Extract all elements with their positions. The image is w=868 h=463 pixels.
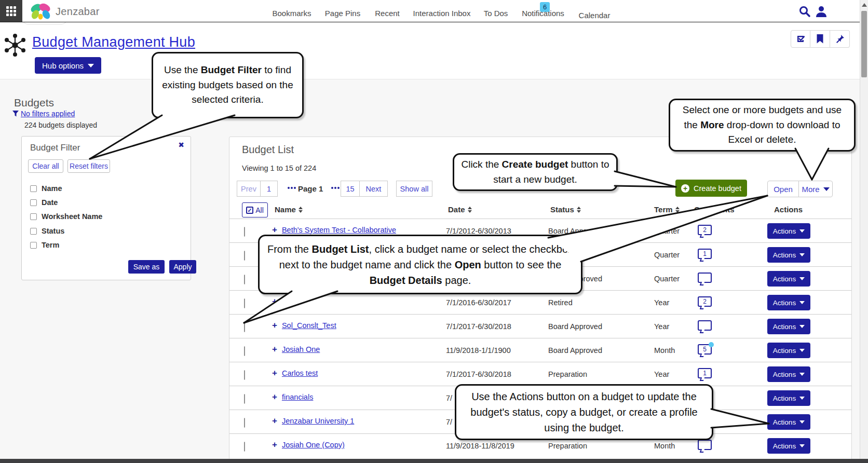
status-checkbox[interactable] — [30, 228, 37, 235]
reset-filters-button[interactable]: Reset filters — [67, 159, 110, 173]
budget-name-link[interactable]: Beth's System Test - Collaborative — [282, 226, 396, 234]
row-actions-button[interactable]: Actions — [767, 247, 810, 263]
page-1-button[interactable]: 1 — [260, 181, 278, 197]
pin-button[interactable] — [830, 30, 850, 48]
callout-more-dropdown: Select one or more budgets and use the M… — [669, 99, 856, 152]
callout-budget-list: From the Budget List, click a budget nam… — [258, 235, 582, 294]
comments-icon[interactable]: 1 — [698, 368, 712, 378]
save-as-button[interactable]: Save as — [128, 260, 165, 274]
expand-plus-icon[interactable]: + — [272, 417, 277, 425]
row-checkbox[interactable] — [244, 251, 245, 261]
row-actions-button[interactable]: Actions — [767, 319, 810, 334]
term-label: Term — [42, 241, 59, 249]
vertical-scrollbar[interactable] — [860, 0, 868, 463]
budget-name-link[interactable]: Carlos test — [282, 369, 318, 377]
comments-icon[interactable] — [698, 273, 712, 283]
row-actions-button[interactable]: Actions — [767, 271, 810, 287]
budget-name-link[interactable]: Josiah One (Copy) — [282, 441, 345, 449]
row-checkbox[interactable] — [244, 418, 245, 428]
row-checkbox[interactable] — [244, 370, 245, 380]
row-checkbox[interactable] — [244, 227, 245, 237]
expand-plus-icon[interactable]: + — [272, 322, 277, 329]
column-header-name[interactable]: Name — [275, 205, 303, 214]
prev-page-button[interactable]: Prev — [237, 181, 261, 197]
page-size-button[interactable]: 15 — [341, 181, 360, 197]
expand-plus-icon[interactable]: + — [272, 346, 277, 353]
budget-name-link[interactable]: Sol_Conslt_Test — [282, 321, 336, 330]
name-checkbox[interactable] — [30, 185, 37, 192]
row-checkbox[interactable] — [244, 322, 245, 332]
create-budget-button[interactable]: + Create budget — [675, 180, 747, 197]
chevron-down-icon — [799, 397, 805, 400]
date-checkbox[interactable] — [30, 199, 37, 206]
close-icon[interactable]: ✖ — [178, 141, 184, 149]
budget-term: Year — [654, 370, 669, 378]
column-header-status[interactable]: Status — [550, 205, 581, 214]
row-checkbox[interactable] — [244, 298, 245, 308]
apply-button[interactable]: Apply — [169, 260, 196, 274]
column-header-date[interactable]: Date — [448, 205, 472, 214]
expand-plus-icon[interactable]: + — [272, 393, 277, 401]
scroll-up-arrow-icon[interactable] — [862, 3, 867, 7]
actions-label: Actions — [773, 394, 796, 402]
comments-icon[interactable] — [698, 320, 712, 331]
nav-interaction-inbox[interactable]: Interaction Inbox — [413, 9, 471, 18]
budget-name-link[interactable]: EX B — [282, 297, 299, 306]
row-checkbox[interactable] — [244, 442, 245, 452]
sort-icon — [577, 207, 581, 213]
comments-icon[interactable]: 1 — [698, 249, 712, 259]
all-label: All — [255, 206, 264, 214]
budget-status: Board Approved — [548, 346, 602, 355]
select-check-button[interactable] — [791, 30, 810, 48]
more-dropdown-button[interactable]: More — [798, 181, 833, 197]
comments-icon[interactable]: 5 — [698, 344, 712, 355]
search-icon[interactable] — [798, 5, 811, 18]
select-all-button[interactable]: ✓ All — [242, 202, 268, 217]
row-checkbox[interactable] — [244, 275, 245, 284]
nav-bookmarks[interactable]: Bookmarks — [272, 9, 311, 18]
row-actions-button[interactable]: Actions — [767, 295, 810, 310]
column-header-term[interactable]: Term — [654, 205, 680, 214]
next-page-button[interactable]: Next — [359, 181, 388, 197]
row-actions-button[interactable]: Actions — [767, 223, 810, 239]
comments-icon[interactable]: 2 — [698, 296, 712, 307]
comments-icon[interactable]: 2 — [698, 225, 712, 235]
clear-all-button[interactable]: Clear all — [28, 159, 63, 173]
budget-name-link[interactable]: financials — [282, 393, 313, 401]
hub-options-button[interactable]: Hub options — [35, 57, 101, 74]
expand-plus-icon[interactable]: + — [272, 441, 277, 448]
row-actions-button[interactable]: Actions — [767, 343, 810, 358]
nav-page-pins[interactable]: Page Pins — [325, 9, 360, 18]
budget-name-link[interactable]: Jenzabar University 1 — [282, 417, 354, 425]
worksheet-name-checkbox[interactable] — [30, 213, 37, 220]
bookmark-button[interactable] — [810, 30, 830, 48]
term-checkbox[interactable] — [30, 242, 37, 249]
notifications-count-badge: 6 — [540, 2, 550, 12]
scrollbar-thumb[interactable] — [861, 11, 867, 77]
page-title-link[interactable]: Budget Management Hub — [32, 34, 195, 50]
row-actions-button[interactable]: Actions — [767, 438, 810, 454]
user-profile-icon[interactable] — [815, 5, 828, 18]
expand-plus-icon[interactable]: + — [272, 226, 277, 234]
budget-date: 7/1/2012-6/30/2013 — [446, 227, 511, 235]
comments-icon[interactable] — [698, 440, 712, 450]
row-actions-button[interactable]: Actions — [767, 366, 810, 382]
nav-calendar[interactable]: Calendar — [579, 11, 611, 20]
nav-recent[interactable]: Recent — [375, 9, 400, 18]
app-grid-menu-button[interactable] — [0, 0, 22, 22]
open-button[interactable]: Open — [767, 181, 799, 197]
expand-plus-icon[interactable]: + — [272, 370, 277, 377]
nav-to-dos[interactable]: To Dos — [484, 9, 508, 18]
row-actions-button[interactable]: Actions — [767, 390, 810, 406]
row-checkbox[interactable] — [244, 346, 245, 356]
budget-status: Board Approved — [548, 227, 602, 235]
actions-label: Actions — [773, 347, 796, 355]
expand-plus-icon[interactable]: + — [272, 298, 277, 305]
row-checkbox[interactable] — [244, 394, 245, 404]
no-filters-applied-link[interactable]: No filters applied — [21, 110, 75, 118]
row-actions-button[interactable]: Actions — [767, 414, 810, 430]
budget-name-link[interactable]: Josiah One — [282, 345, 320, 353]
budget-term: Year — [654, 322, 669, 331]
show-all-button[interactable]: Show all — [396, 181, 432, 197]
comment-count: 1 — [699, 250, 711, 257]
